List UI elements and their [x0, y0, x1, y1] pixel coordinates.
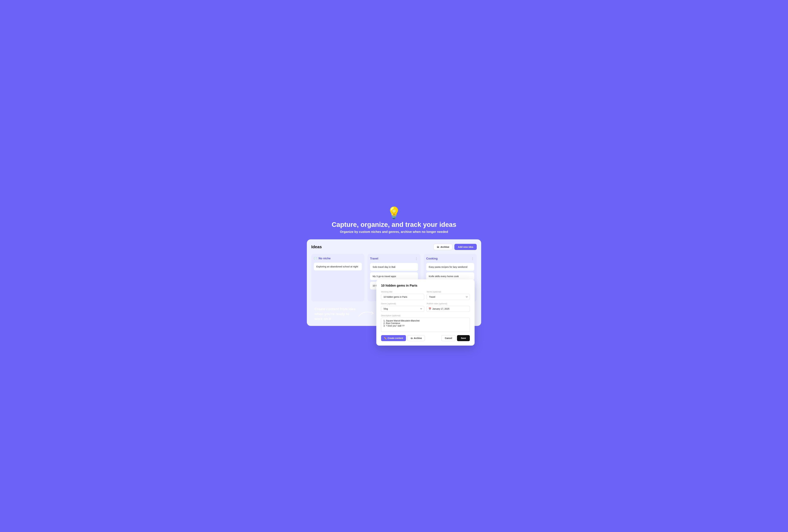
bulb-icon: 💡	[387, 206, 401, 220]
calendar-icon: 📅	[429, 308, 431, 310]
publish-date-label: Publish date (optional)	[427, 302, 470, 305]
modal-footer-left: ✏️ Create content 🗂 Archive	[381, 335, 425, 341]
modal-archive-icon: 🗂	[411, 337, 413, 339]
column-travel-header: Travel ⋮	[370, 257, 418, 260]
form-group-genre: Genre (optional) Vlog Tutorial Review	[381, 302, 424, 312]
archive-button[interactable]: 🗂 Archive	[433, 244, 452, 250]
form-group-niche: Niche (optional) Travel Cooking No niche	[427, 291, 470, 300]
idea-card-travel-apps[interactable]: My 3 go-to travel apps	[370, 272, 418, 280]
form-row-1: Working title Niche (optional) Travel Co…	[381, 291, 470, 300]
arrow-area	[357, 308, 376, 318]
cta-text: Create content from idea when you're rea…	[311, 305, 356, 321]
arrow-icon	[357, 308, 376, 318]
form-group-publish-date: Publish date (optional) 📅	[427, 302, 470, 312]
description-textarea[interactable]: 1. Square Marcel-Bleustein-Blanchet 2. R…	[381, 318, 470, 332]
idea-card-knife[interactable]: Knife skills every home cook	[426, 272, 474, 280]
modal-overlay: 10 hidden gems in Paris Working title Ni…	[376, 279, 474, 346]
modal-archive-button[interactable]: 🗂 Archive	[408, 335, 425, 341]
add-idea-button[interactable]: Add new idea	[454, 244, 477, 250]
niche-select[interactable]: Travel Cooking No niche	[427, 294, 470, 300]
hero-header: 💡 Capture, organize, and track your idea…	[307, 206, 481, 234]
column-travel-title: Travel	[370, 257, 378, 260]
idea-card-pasta[interactable]: Easy pasta recipes for lazy weekend	[426, 263, 474, 271]
form-row-2: Genre (optional) Vlog Tutorial Review Pu…	[381, 302, 470, 312]
card-title: Ideas	[311, 244, 322, 249]
idea-card-abandoned-school[interactable]: Exploring an abandoned school at night	[314, 263, 362, 271]
date-input-wrapper: 📅	[427, 306, 470, 312]
create-content-button[interactable]: ✏️ Create content	[381, 335, 406, 341]
genre-select[interactable]: Vlog Tutorial Review	[381, 306, 424, 312]
column-no-niche: ✉️ No niche Exploring an abandoned schoo…	[311, 254, 365, 301]
working-title-input[interactable]	[381, 294, 424, 300]
column-cooking-header: Cooking ⋮	[426, 257, 474, 260]
create-content-icon: ✏️	[384, 337, 387, 339]
publish-date-input[interactable]	[427, 306, 470, 312]
genre-label: Genre (optional)	[381, 302, 424, 305]
save-button[interactable]: Save	[457, 335, 470, 341]
cooking-menu-dots[interactable]: ⋮	[471, 257, 474, 260]
working-title-label: Working title	[381, 291, 424, 293]
column-cooking-title: Cooking	[426, 257, 438, 260]
modal-footer: ✏️ Create content 🗂 Archive Cancel Save	[381, 335, 470, 341]
header-actions: 🗂 Archive Add new idea	[433, 244, 477, 250]
inbox-icon: ✉️	[314, 257, 317, 260]
page-wrapper: 💡 Capture, organize, and track your idea…	[307, 206, 481, 326]
modal-title: 10 hidden gems in Paris	[381, 284, 470, 288]
travel-menu-dots[interactable]: ⋮	[415, 257, 418, 260]
description-label: Description (optional)	[381, 314, 470, 317]
main-card: Ideas 🗂 Archive Add new idea ✉️ No niche	[307, 239, 481, 326]
niche-label: Niche (optional)	[427, 291, 470, 293]
cancel-button[interactable]: Cancel	[441, 335, 455, 341]
hero-subtitle: Organize by custom niches and genres, ar…	[340, 230, 448, 234]
column-no-niche-header: ✉️ No niche	[314, 257, 362, 260]
modal-footer-right: Cancel Save	[441, 335, 470, 341]
archive-icon: 🗂	[437, 245, 439, 248]
form-group-working-title: Working title	[381, 291, 424, 300]
idea-card-bali[interactable]: Solo travel day in Bali	[370, 263, 418, 271]
form-group-description: Description (optional) 1. Square Marcel-…	[381, 314, 470, 332]
hero-title: Capture, organize, and track your ideas	[332, 221, 456, 229]
card-header: Ideas 🗂 Archive Add new idea	[311, 244, 477, 250]
modal-dialog: 10 hidden gems in Paris Working title Ni…	[376, 279, 474, 346]
column-no-niche-title: ✉️ No niche	[314, 257, 331, 260]
